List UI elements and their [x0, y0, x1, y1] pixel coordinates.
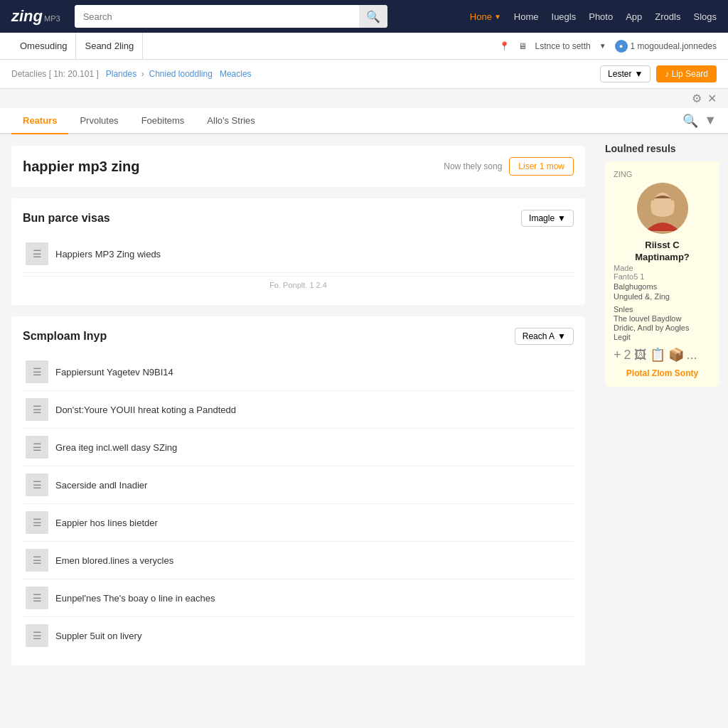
- list-item-text: Fappiersunt Yagetev N9BI14: [55, 367, 173, 378]
- list-item[interactable]: ☰ Eunpel'nes The's boay o line in eaches: [23, 579, 574, 617]
- dropdown-arrow2: ▼: [557, 331, 566, 341]
- nav-iuegls[interactable]: Iuegls: [552, 11, 577, 22]
- list-item-icon: ☰: [26, 436, 48, 459]
- listen-button[interactable]: Liser 1 mow: [509, 157, 574, 176]
- list-item-text: Emen blored.lines a verycles: [55, 555, 173, 566]
- list-item-icon: ☰: [26, 549, 48, 572]
- list-item[interactable]: ☰ Don'st:Youre YOUII hreat koting a Pand…: [23, 391, 574, 429]
- top-nav: zing MP3 🔍 Hone ▼ Home Iuegls Photo App …: [0, 0, 728, 33]
- user-label: 1 mogoudeal.jonnedes: [631, 41, 717, 51]
- list-item-icon: ☰: [26, 511, 48, 534]
- list-item-icon: ☰: [26, 473, 48, 496]
- logo[interactable]: zing MP3: [11, 7, 60, 26]
- action-img[interactable]: 🖼: [634, 348, 647, 363]
- action-2[interactable]: 2: [624, 348, 631, 363]
- tabs-right: 🔍 ▼: [682, 113, 717, 129]
- artist-avatar: [637, 183, 688, 234]
- tab-reaturs[interactable]: Reaturs: [11, 108, 68, 134]
- nav-hone[interactable]: Hone ▼: [470, 11, 501, 22]
- list-item-text: Grea iteg incl.well dasy SZing: [55, 442, 177, 453]
- nav-links: Hone ▼ Home Iuegls Photo App Zrodls Slog…: [470, 11, 717, 22]
- list-item-text: Eappier hos Iines bietder: [55, 518, 158, 528]
- song-header-right: Now thely song Liser 1 mow: [444, 157, 574, 176]
- list-item-text: Don'st:Youre YOUII hreat koting a Pandte…: [55, 405, 236, 415]
- sec-nav-right: 📍 🖥 Lstnce to setth ▼ ● 1 mogoudeal.jonn…: [499, 40, 717, 53]
- content-area: happier mp3 zing Now thely song Liser 1 …: [0, 134, 596, 688]
- icon-settings[interactable]: ⚙: [692, 92, 702, 105]
- section-bun-title: Bun parce visas: [23, 212, 110, 225]
- artist-meta2: Balghugoms: [614, 282, 711, 291]
- nav-app[interactable]: App: [626, 11, 642, 22]
- search-icon[interactable]: 🔍: [682, 113, 698, 129]
- song-title: happier mp3 zing: [23, 159, 139, 175]
- song1: The louvel Baydlow: [614, 314, 711, 323]
- display-icon: 🖥: [518, 41, 527, 51]
- tab-foebitems[interactable]: Foebitems: [130, 108, 196, 134]
- logo-mp3: MP3: [44, 14, 60, 23]
- lip-seard-button[interactable]: ♪ Lip Seard: [656, 65, 717, 82]
- list-item[interactable]: ☰ Happiers MP3 Zing wieds: [23, 235, 574, 273]
- nav-slogs[interactable]: Slogs: [693, 11, 717, 22]
- song-header: happier mp3 zing Now thely song Liser 1 …: [11, 146, 585, 187]
- list-item[interactable]: ☰ Emen blored.lines a verycles: [23, 542, 574, 579]
- breadcrumb: Detaclies [ 1h: 20.101 ] Plandes › Chnie…: [11, 69, 594, 79]
- icon-row: ⚙ ✕: [0, 89, 728, 108]
- nav-zrodls[interactable]: Zrodls: [655, 11, 680, 22]
- list-item-icon: ☰: [26, 360, 48, 383]
- section-bun-header: Bun parce visas Imagle ▼: [23, 210, 574, 227]
- imagle-dropdown[interactable]: Imagle ▼: [521, 210, 574, 227]
- dropdown-arrow: ▼: [557, 213, 566, 223]
- list-item-text: Happiers MP3 Zing wieds: [55, 249, 161, 259]
- list-item[interactable]: ☰ Sacerside andl Inadier: [23, 466, 574, 504]
- artist-label: Zing: [614, 170, 711, 178]
- reach-dropdown[interactable]: Reach A ▼: [515, 328, 574, 345]
- list-item-icon: ☰: [26, 587, 48, 609]
- artist-meta3: Unguled &, Zing: [614, 292, 711, 301]
- list-item[interactable]: ☰ Suppler 5uit on livery: [23, 617, 574, 654]
- section-bun: Bun parce visas Imagle ▼ ☰ Happiers MP3 …: [11, 198, 585, 305]
- action-copy[interactable]: 📋: [650, 347, 665, 363]
- song3: Legit: [614, 333, 711, 341]
- list-item[interactable]: ☰ Fappiersunt Yagetev N9BI14: [23, 353, 574, 391]
- search-button[interactable]: 🔍: [359, 5, 387, 28]
- song2: Dridic, Andl by Aogles: [614, 323, 711, 332]
- filter-actions: Lester ▼ ♪ Lip Seard: [600, 65, 717, 82]
- action-plus[interactable]: +: [614, 348, 621, 363]
- breadcrumb-link-plandes[interactable]: Plandes: [106, 69, 136, 79]
- list-item-icon: ☰: [26, 398, 48, 421]
- sec-nav-omesuding[interactable]: Omesuding: [11, 33, 76, 59]
- section-scm-header: Scmploam Inyp Reach A ▼: [23, 328, 574, 345]
- action-more[interactable]: ...: [687, 348, 697, 363]
- artist-songs: Snles The louvel Baydlow Dridic, Andl by…: [614, 305, 711, 341]
- lester-button[interactable]: Lester ▼: [600, 65, 651, 82]
- action-box[interactable]: 📦: [668, 347, 684, 363]
- sidebar-panel: Loulned resuls Zing Riisst C Maptinamp? …: [596, 134, 728, 688]
- filter-bar: Detaclies [ 1h: 20.101 ] Plandes › Chnie…: [0, 60, 728, 89]
- icon-close[interactable]: ✕: [707, 92, 717, 105]
- panel-title: Loulned resuls: [605, 143, 719, 154]
- chevron-down-icon[interactable]: ▼: [704, 113, 717, 128]
- user-info: ● 1 mogoudeal.jonnedes: [615, 40, 717, 53]
- nav-home[interactable]: Home: [514, 11, 539, 22]
- zlom-button[interactable]: Piotal Zlom Sonty: [614, 368, 711, 378]
- list-item-text: Sacerside andl Inadier: [55, 480, 147, 491]
- now-playing-label: Now thely song: [444, 161, 502, 171]
- search-bar: 🔍: [75, 5, 387, 28]
- list-item[interactable]: ☰ Eappier hos Iines bietder: [23, 504, 574, 542]
- artist-actions: + 2 🖼 📋 📦 ...: [614, 347, 711, 363]
- breadcrumb-text: Detaclies [ 1h: 20.101 ]: [11, 69, 99, 79]
- sec-nav-seand[interactable]: Seand 2ling: [76, 33, 143, 59]
- nav-photo[interactable]: Photo: [589, 11, 613, 22]
- breadcrumb-link-chnied[interactable]: Chnied looddling: [149, 69, 212, 79]
- tab-allos[interactable]: Allo's Stries: [196, 108, 267, 134]
- location-icon: 📍: [499, 41, 510, 51]
- search-input[interactable]: [75, 5, 359, 28]
- artist-meta1: Made Fanto5 1: [614, 264, 711, 281]
- breadcrumb-link-meacles[interactable]: Meacles: [220, 69, 252, 79]
- main-layout: happier mp3 zing Now thely song Liser 1 …: [0, 134, 728, 688]
- artist-name-line1: Riisst C: [614, 240, 711, 250]
- list-item-text: Suppler 5uit on livery: [55, 631, 141, 641]
- status-label: Lstnce to setth: [535, 41, 591, 51]
- list-item[interactable]: ☰ Grea iteg incl.well dasy SZing: [23, 429, 574, 466]
- tab-prvolutes[interactable]: Prvolutes: [68, 108, 129, 134]
